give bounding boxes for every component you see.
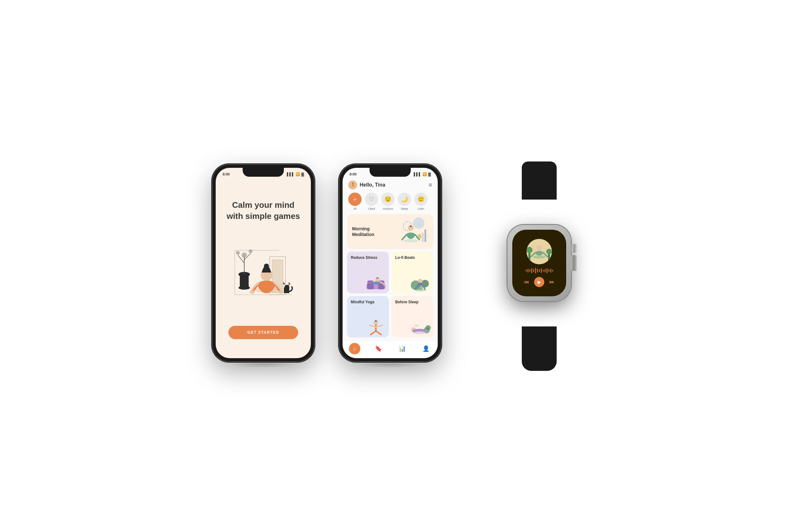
svg-point-33 — [418, 279, 422, 283]
cat-anxious-icon: 😟 — [381, 193, 395, 206]
profile-icon: 👤 — [422, 345, 430, 352]
svg-point-12 — [236, 251, 240, 255]
apple-watch: ⏮ ▶ ⏭ — [479, 181, 599, 345]
svg-point-13 — [249, 250, 252, 253]
status-icons-2: ▌▌▌ 🛜 ▓ — [414, 172, 431, 176]
cards-area: Morning Meditation — [343, 213, 438, 340]
greeting-text: Hello, Tina — [360, 182, 386, 188]
wave-bar — [548, 269, 549, 272]
cat-all-label: All — [353, 207, 357, 210]
watch-body: ⏮ ▶ ⏭ — [508, 225, 571, 301]
svg-point-34 — [415, 289, 426, 291]
welcome-illustration — [228, 231, 298, 301]
phone1-screen: 8:00 ▌▌▌ 🛜 ▓ Calm your mind with simple … — [216, 168, 311, 358]
svg-point-15 — [250, 290, 255, 294]
signal-icon-2: ▌▌▌ — [414, 172, 421, 176]
time-1: 8:00 — [223, 172, 230, 176]
wave-bar — [525, 270, 526, 272]
wave-bar — [535, 268, 536, 273]
svg-line-38 — [376, 325, 382, 327]
wave-bar — [547, 268, 548, 273]
user-avatar: 🧘 — [348, 181, 357, 189]
wave-bar — [550, 269, 551, 272]
watch-band-top — [522, 161, 557, 200]
battery-icon-2: ▓ — [428, 172, 431, 176]
get-started-button[interactable]: GET STARTED — [228, 326, 298, 339]
category-anxious[interactable]: 😟 Anxious — [381, 193, 395, 210]
svg-point-11 — [242, 253, 247, 258]
wave-bar — [533, 269, 534, 272]
card-lofi-beats[interactable]: Lo-fi Beats — [391, 252, 433, 294]
svg-point-22 — [404, 239, 418, 242]
card-mindful-yoga-illustration — [365, 318, 387, 336]
cat-liked-label: Liked — [368, 207, 375, 210]
category-calm[interactable]: 🙂 Calm — [414, 193, 427, 210]
welcome-content: Calm your mind with simple games — [216, 184, 311, 323]
hero-card-illustration — [390, 217, 428, 247]
card-reduce-stress-illustration — [365, 274, 387, 292]
card-reduce-stress[interactable]: Reduce Stress — [347, 252, 389, 294]
svg-rect-6 — [240, 276, 249, 288]
category-sleep[interactable]: 🌙 Sleep — [398, 193, 411, 210]
category-all[interactable]: ＋ All — [348, 193, 362, 210]
status-icons-1: ▌▌▌ 🛜 ▓ — [287, 172, 304, 176]
svg-rect-27 — [367, 281, 374, 289]
cat-calm-icon: 🙂 — [414, 193, 427, 206]
signal-icon: ▌▌▌ — [287, 172, 294, 176]
svg-point-42 — [426, 325, 431, 330]
app-header: 🧘 Hello, Tina ≡ — [343, 178, 438, 191]
wave-bar — [545, 269, 546, 272]
watch-prev-button[interactable]: ⏮ — [524, 279, 529, 285]
watch-side-button[interactable] — [571, 244, 577, 253]
wave-bar — [541, 268, 542, 273]
card-before-sleep-title: Before Sleep — [395, 300, 430, 304]
card-before-sleep[interactable]: Before Sleep — [391, 296, 433, 338]
wifi-icon: 🛜 — [295, 172, 300, 176]
watch-album-art — [526, 239, 552, 264]
card-before-sleep-illustration: zzz — [409, 318, 431, 336]
hero-card-title: Morning Meditation — [352, 226, 384, 237]
phone-welcome: 8:00 ▌▌▌ 🛜 ▓ Calm your mind with simple … — [213, 165, 314, 361]
bottom-navigation: ⌂ 🔖 📊 👤 — [343, 340, 438, 358]
category-liked[interactable]: ♡ Liked — [365, 193, 378, 210]
chart-icon: 📊 — [399, 345, 406, 352]
svg-point-29 — [375, 278, 380, 282]
nav-profile-button[interactable]: 👤 — [420, 343, 432, 354]
svg-text:zzz: zzz — [415, 324, 419, 327]
nav-home-button[interactable]: ⌂ — [349, 343, 360, 354]
wifi-icon-2: 🛜 — [422, 172, 427, 176]
time-2: 8:00 — [350, 172, 357, 176]
svg-rect-24 — [424, 229, 426, 242]
cat-calm-label: Calm — [417, 207, 424, 210]
watch-band-bottom — [522, 326, 557, 371]
scene: 8:00 ▌▌▌ 🛜 ▓ Calm your mind with simple … — [0, 0, 812, 526]
cat-liked-icon: ♡ — [365, 193, 378, 206]
svg-line-37 — [369, 325, 376, 327]
cat-sleep-icon: 🌙 — [398, 193, 411, 206]
phone-home: 8:00 ▌▌▌ 🛜 ▓ 🧘 Hello, Tina ≡ ＋ All — [339, 165, 441, 361]
svg-line-39 — [371, 331, 376, 335]
svg-point-19 — [413, 217, 424, 229]
watch-screen: ⏮ ▶ ⏭ — [512, 230, 566, 296]
wave-bar — [543, 270, 543, 272]
cat-anxious-label: Anxious — [383, 207, 393, 210]
nav-stats-button[interactable]: 📊 — [396, 343, 408, 354]
hamburger-menu-icon[interactable]: ≡ — [429, 182, 432, 188]
watch-waveform — [525, 268, 553, 274]
watch-digital-crown[interactable] — [571, 255, 577, 271]
watch-next-button[interactable]: ⏭ — [549, 279, 554, 285]
nav-bookmark-button[interactable]: 🔖 — [373, 343, 384, 354]
wave-bar — [530, 269, 530, 272]
wave-bar — [552, 270, 553, 272]
card-mindful-yoga[interactable]: Mindful Yoga — [347, 296, 389, 338]
card-lofi-beats-illustration — [409, 274, 431, 292]
svg-point-49 — [533, 255, 546, 258]
svg-point-16 — [278, 290, 283, 294]
wave-bar — [537, 269, 538, 272]
wave-bar — [527, 269, 528, 272]
watch-play-button[interactable]: ▶ — [534, 277, 544, 287]
content-grid: Reduce Stress — [347, 252, 433, 338]
welcome-headline: Calm your mind with simple games — [225, 200, 301, 222]
hero-card[interactable]: Morning Meditation — [347, 214, 433, 249]
cat-sleep-label: Sleep — [401, 207, 408, 210]
